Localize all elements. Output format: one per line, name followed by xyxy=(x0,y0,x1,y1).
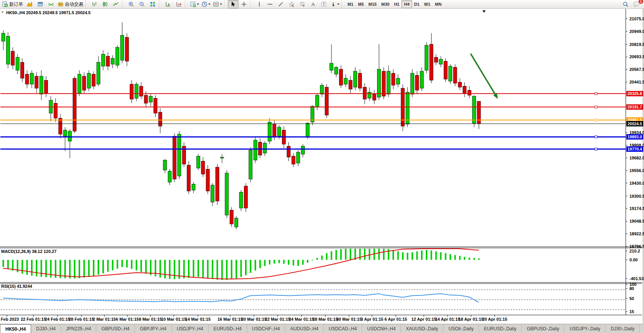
bull-candle xyxy=(87,73,91,88)
svg-text:80: 80 xyxy=(629,286,634,291)
symbol-tab-audusdh4[interactable]: AUDUSD-,H4 xyxy=(285,324,324,333)
bear-candle xyxy=(434,57,438,62)
symbol-tab-usdjpydaily[interactable]: USDJPY-,Daily xyxy=(565,324,606,333)
bull-candle xyxy=(2,33,5,41)
bull-candle xyxy=(178,134,181,176)
rsi-label: RSI(15) 41.9244 xyxy=(1,284,33,289)
symbol-tab-gbpusddaily[interactable]: GBPUSD-,Daily xyxy=(522,324,565,333)
bull-candle xyxy=(168,171,171,182)
bear-candle xyxy=(287,146,290,157)
symbol-tab-gbpusdh4[interactable]: GBPUSD-,H4 xyxy=(96,324,135,333)
bull-candle xyxy=(111,58,114,64)
chart-canvas[interactable]: 21075.020949.020819.520693.520567.520441… xyxy=(0,0,644,324)
bull-candle xyxy=(354,71,357,87)
svg-text:20 Apr 01:15: 20 Apr 01:15 xyxy=(482,317,507,322)
bull-candle xyxy=(449,66,452,81)
svg-text:20819.5: 20819.5 xyxy=(629,42,644,47)
bear-candle xyxy=(154,98,157,113)
bull-candle xyxy=(368,92,371,98)
symbol-ohlc-title: HK50-,H4 20249.5 20249.5 19971.5 20024.5 xyxy=(6,10,91,15)
bull-candle xyxy=(68,131,72,141)
symbol-tab-usdjpyh4[interactable]: USDJPY-,H4 xyxy=(172,324,209,333)
bull-candle xyxy=(196,156,200,168)
symbol-tab-usdcadh4[interactable]: USDCAD-,H4 xyxy=(324,324,362,333)
symbol-tab-usoildaily[interactable]: USOil-,Daily xyxy=(443,324,479,333)
bull-candle xyxy=(306,123,310,137)
bear-candle xyxy=(216,167,219,201)
bull-candle xyxy=(116,47,119,65)
bull-candle xyxy=(225,173,229,215)
bear-candle xyxy=(349,80,352,89)
bull-candle xyxy=(97,62,100,84)
symbol-tab-xauusddaily[interactable]: XAUUSD-,Daily xyxy=(401,324,443,333)
bull-candle xyxy=(420,71,423,88)
bull-candle xyxy=(40,76,43,94)
svg-text:12 Apr 01:15: 12 Apr 01:15 xyxy=(411,317,436,322)
bear-candle xyxy=(201,161,205,174)
svg-text:20024.5: 20024.5 xyxy=(628,121,642,126)
symbol-tab-dj30daily[interactable]: DJ30-,Daily xyxy=(606,324,640,333)
svg-text:20567.5: 20567.5 xyxy=(629,67,644,72)
svg-text:20441.5: 20441.5 xyxy=(629,80,644,84)
macd-label: MACD(12,26,9) 38.12 120.27 xyxy=(1,249,56,254)
bull-candle xyxy=(301,146,305,154)
bull-candle xyxy=(235,218,238,227)
svg-text:19770.4: 19770.4 xyxy=(628,147,642,151)
svg-text:14 Apr 01:15: 14 Apr 01:15 xyxy=(435,317,460,322)
svg-text:28 Feb 01:15: 28 Feb 01:15 xyxy=(69,317,94,322)
bear-candle xyxy=(21,62,24,78)
bear-candle xyxy=(292,156,295,164)
symbol-tab-hk50h4[interactable]: HK50-,H4 xyxy=(0,324,31,333)
bull-candle xyxy=(296,152,300,163)
bear-candle xyxy=(73,78,76,131)
svg-text:20949.0: 20949.0 xyxy=(629,29,644,34)
symbol-tab-jpn225h4[interactable]: JPN225-,H4 xyxy=(61,324,96,333)
svg-text:8 Mar 01:15: 8 Mar 01:15 xyxy=(139,317,162,322)
symbol-tab-eurusdh4[interactable]: EURUSD-,H4 xyxy=(209,324,247,333)
bull-candle xyxy=(396,78,400,84)
bear-candle xyxy=(230,210,233,224)
bear-candle xyxy=(382,71,385,96)
bear-candle xyxy=(187,165,191,191)
symbol-tab-dj30h4[interactable]: DJ30-,H4 xyxy=(31,324,61,333)
symbol-tab-eurusddaily[interactable]: EURUSD-,Daily xyxy=(479,324,522,333)
bear-candle xyxy=(339,69,343,85)
bear-candle xyxy=(92,74,96,86)
bull-candle xyxy=(249,150,252,179)
svg-text:6 Apr 01:15: 6 Apr 01:15 xyxy=(385,317,407,322)
svg-text:10 Mar 01:15: 10 Mar 01:15 xyxy=(161,317,186,322)
symbol-tab-usdcnhh4[interactable]: USDCNH-,H4 xyxy=(362,324,401,333)
bear-candle xyxy=(125,37,128,61)
bear-candle xyxy=(206,169,209,191)
bull-candle xyxy=(344,78,348,84)
symbol-tab-bar: HK50-,H4DJ30-,H4JPN225-,H4GBPUSD-,H4GBPJ… xyxy=(0,324,644,333)
bear-candle xyxy=(392,73,395,85)
bear-candle xyxy=(140,86,143,96)
svg-text:20 Feb 2023: 20 Feb 2023 xyxy=(0,317,19,322)
bull-candle xyxy=(268,122,271,141)
svg-text:22 Mar 01:15: 22 Mar 01:15 xyxy=(265,317,290,322)
svg-text:20191.7: 20191.7 xyxy=(628,105,642,109)
bull-candle xyxy=(277,127,281,136)
bear-candle xyxy=(358,73,362,88)
svg-text:14 Mar 01:15: 14 Mar 01:15 xyxy=(185,317,211,322)
symbol-tab-gbpjpyh4[interactable]: GBPJPY-,H4 xyxy=(135,324,172,333)
bull-candle xyxy=(410,73,414,94)
symbol-tab-usdchfh4[interactable]: USDCHF-,H4 xyxy=(247,324,285,333)
bull-candle xyxy=(163,160,167,170)
bull-candle xyxy=(387,71,390,94)
bull-candle xyxy=(220,157,224,158)
bull-candle xyxy=(120,35,124,60)
bull-candle xyxy=(473,96,476,123)
bull-candle xyxy=(334,67,338,74)
bull-candle xyxy=(211,185,214,202)
bear-candle xyxy=(82,76,86,90)
svg-text:0.00: 0.00 xyxy=(629,258,637,262)
bull-candle xyxy=(425,45,428,70)
bull-candle xyxy=(63,130,67,136)
svg-text:30 Mar 01:15: 30 Mar 01:15 xyxy=(336,317,362,322)
bear-candle xyxy=(244,186,247,208)
bull-candle xyxy=(77,74,81,94)
svg-text:19174.5: 19174.5 xyxy=(629,206,644,211)
svg-text:16 Mar 01:15: 16 Mar 01:15 xyxy=(217,317,243,322)
